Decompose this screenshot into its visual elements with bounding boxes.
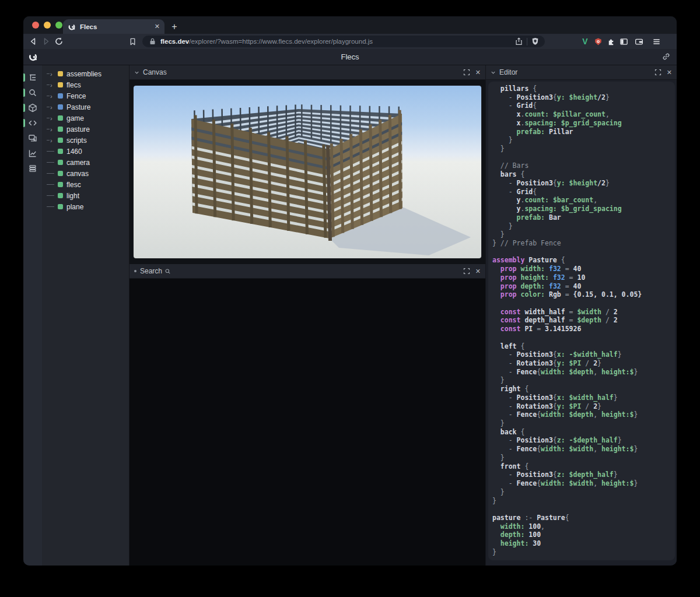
tree-item[interactable]: ›assemblies (42, 68, 129, 79)
fullscreen-icon[interactable] (463, 69, 470, 76)
search-small-icon (164, 268, 171, 275)
brave-shield-icon[interactable] (531, 37, 539, 45)
code-line: y.spacing: $b_grid_spacing (492, 205, 675, 213)
screen-share-icon[interactable] (23, 131, 42, 146)
entity-tree: ›assemblies›flecs›Fence›Pasture›game›pas… (42, 65, 130, 566)
rows-icon[interactable] (23, 161, 42, 176)
code-icon[interactable] (23, 115, 42, 131)
browser-tab[interactable]: Flecs ✕ (63, 19, 164, 34)
close-panel-icon[interactable]: ✕ (667, 69, 672, 76)
tree-item[interactable]: ›flecs (42, 79, 129, 90)
reload-button[interactable] (52, 35, 65, 48)
code-line: width: 100, (492, 522, 675, 531)
entity-kind-square (58, 115, 63, 121)
entity-kind-square (58, 104, 63, 110)
entity-kind-square (58, 204, 63, 209)
new-tab-button[interactable]: + (168, 20, 181, 33)
tree-item[interactable]: flesc (42, 179, 129, 190)
tree-item-label: canvas (66, 170, 89, 178)
forward-button[interactable] (40, 35, 52, 48)
app-body: ›assemblies›flecs›Fence›Pasture›game›pas… (23, 65, 677, 566)
wallet-icon[interactable] (632, 35, 645, 48)
code-line: x.spacing: $p_grid_spacing (492, 119, 675, 128)
code-line: - Grid{ (492, 188, 675, 196)
code-line: - Position3{z: -$depth_half} (492, 436, 675, 445)
code-line: - Position3{x: -$width_half} (492, 350, 675, 359)
code-line: - Rotation3{y: $PI / 2} (492, 359, 675, 368)
code-line: - Fence{width: $depth, height:$} (492, 410, 675, 419)
flecs-favicon-icon (68, 23, 76, 31)
tree-item[interactable]: ›game (42, 113, 129, 124)
cube-icon[interactable] (23, 100, 42, 115)
code-line: const width_half = $width / 2 (492, 308, 675, 317)
canvas-panel-header: Canvas ✕ (130, 65, 485, 80)
chevron-down-icon[interactable] (134, 70, 139, 75)
editor-panel-title: Editor (499, 68, 517, 76)
code-line: x.count: $pillar_count, (492, 110, 675, 119)
sidebar-toggle-icon[interactable] (617, 35, 630, 48)
code-line: - Rotation3{y: $PI / 2} (492, 402, 675, 411)
share-link-icon[interactable] (662, 52, 671, 61)
code-line: prop width: f32 = 40 (492, 265, 675, 273)
share-icon[interactable] (515, 37, 523, 45)
tree-item[interactable]: ›scripts (42, 135, 129, 146)
zoom-window-button[interactable] (55, 22, 62, 29)
tree-item[interactable]: canvas (42, 168, 129, 179)
back-button[interactable] (27, 35, 40, 48)
code-line: } (492, 419, 675, 428)
code-line: bars { (492, 170, 675, 179)
vue-devtools-icon[interactable]: V (579, 35, 592, 48)
tree-item[interactable]: ›Pasture (42, 101, 129, 113)
tree-item[interactable]: ›Fence (42, 90, 129, 101)
code-line: } (492, 497, 675, 505)
entity-kind-square (58, 82, 63, 87)
code-line: - Fence{width: $depth, height:$} (492, 368, 675, 377)
tree-item[interactable]: plane (42, 201, 129, 212)
tree-item[interactable]: light (42, 190, 129, 201)
extension-badge-icon[interactable] (592, 35, 604, 48)
url-domain: flecs.dev (160, 38, 189, 45)
close-panel-icon[interactable]: ✕ (475, 69, 481, 76)
code-line: } (492, 222, 675, 231)
tree-item[interactable]: 1460 (42, 146, 129, 157)
entity-kind-square (58, 160, 63, 165)
code-line: prefab: Pillar (492, 128, 675, 136)
tree-item[interactable]: camera (42, 157, 129, 168)
close-panel-icon[interactable]: ✕ (475, 268, 481, 275)
bookmark-icon[interactable] (126, 35, 139, 48)
extensions-puzzle-icon[interactable] (604, 35, 617, 48)
code-line: - Fence{width: $width, height:$} (492, 445, 675, 454)
code-line: } (492, 454, 675, 462)
tree-item-label: flesc (66, 181, 81, 189)
entity-kind-square (58, 182, 63, 187)
minimize-window-button[interactable] (44, 22, 51, 29)
browser-toolbar: flecs.dev /explorer/?wasm=https://www.fl… (23, 34, 677, 49)
tree-item-label: assemblies (66, 70, 102, 78)
editor-panel-body: pillars { - Position3{y: $height/2} - Gr… (486, 80, 677, 566)
chevron-down-icon[interactable] (491, 70, 496, 75)
search-icon[interactable] (23, 85, 42, 100)
url-path: /explorer/?wasm=https://www.flecs.dev/ex… (189, 38, 515, 45)
url-bar[interactable]: flecs.dev /explorer/?wasm=https://www.fl… (142, 36, 545, 47)
fullscreen-icon[interactable] (654, 69, 662, 76)
chart-icon[interactable] (23, 146, 42, 161)
tab-close-icon[interactable]: ✕ (155, 23, 160, 30)
panel-collapsed-dot[interactable] (134, 270, 136, 272)
close-window-button[interactable] (32, 22, 39, 29)
tab-strip: Flecs ✕ + (23, 16, 677, 34)
search-panel-body[interactable] (130, 279, 485, 566)
editor-code[interactable]: pillars { - Position3{y: $height/2} - Gr… (488, 82, 675, 560)
outline-tree-icon[interactable] (23, 70, 42, 85)
entity-kind-square (58, 138, 63, 143)
code-line: - Position3{y: $height/2} (492, 179, 675, 188)
code-line: const depth_half = $depth / 2 (492, 316, 675, 325)
entity-kind-square (58, 127, 63, 132)
code-line: depth: 100 (492, 531, 675, 539)
tree-item[interactable]: ›pasture (42, 124, 129, 135)
fullscreen-icon[interactable] (463, 268, 470, 275)
code-line: pillars { (492, 85, 675, 93)
tree-item-label: scripts (66, 136, 87, 145)
menu-hamburger-icon[interactable] (650, 35, 663, 48)
canvas-3d-viewport[interactable] (133, 85, 482, 259)
code-line: prop depth: f32 = 40 (492, 282, 675, 291)
